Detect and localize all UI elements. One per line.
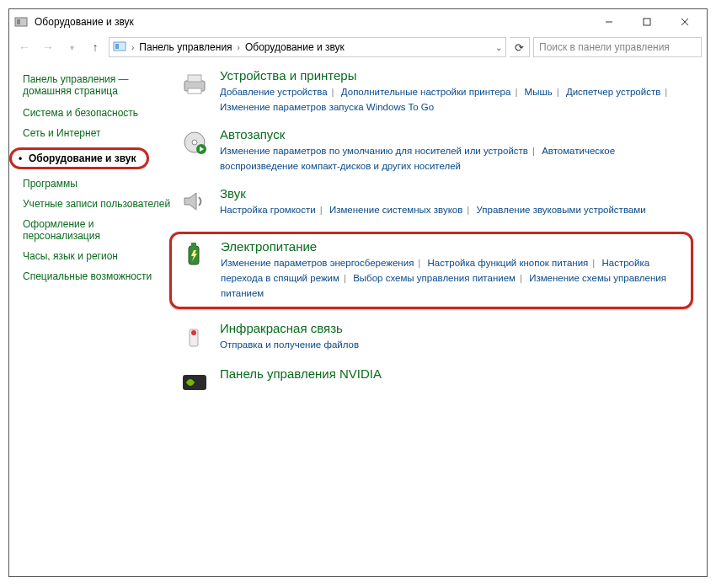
svg-point-12 bbox=[192, 140, 197, 145]
content-area: Устройства и принтеры Добавление устройс… bbox=[178, 60, 707, 576]
autoplay-icon bbox=[178, 127, 211, 161]
link-power-buttons[interactable]: Настройка функций кнопок питания bbox=[428, 258, 589, 268]
refresh-button[interactable]: ⟳ bbox=[510, 37, 530, 57]
category-title[interactable]: Автозапуск bbox=[220, 127, 693, 142]
link-device-manager[interactable]: Диспетчер устройств bbox=[566, 87, 660, 97]
category-body: Звук Настройка громкости| Изменение сист… bbox=[220, 186, 693, 220]
category-power: Электропитание Изменение параметров энер… bbox=[169, 232, 693, 309]
category-links: Отправка и получение файлов bbox=[220, 337, 693, 352]
svg-rect-1 bbox=[17, 19, 20, 24]
category-sound: Звук Настройка громкости| Изменение сист… bbox=[178, 186, 693, 220]
link-power-scheme[interactable]: Выбор схемы управления питанием bbox=[353, 273, 516, 283]
category-body: Инфракрасная связь Отправка и получение … bbox=[220, 321, 693, 355]
svg-rect-17 bbox=[191, 243, 196, 247]
window-title: Оборудование и звук bbox=[35, 16, 590, 28]
chevron-icon: › bbox=[238, 43, 240, 52]
forward-button[interactable]: → bbox=[38, 37, 58, 57]
svg-rect-9 bbox=[188, 75, 201, 82]
caption-buttons bbox=[590, 10, 703, 34]
link-sound-devices[interactable]: Управление звуковыми устройствами bbox=[477, 205, 646, 215]
location-bar[interactable]: › Панель управления › Оборудование и зву… bbox=[109, 37, 506, 57]
titlebar: Оборудование и звук bbox=[9, 9, 707, 35]
link-volume[interactable]: Настройка громкости bbox=[220, 205, 316, 215]
back-button[interactable]: ← bbox=[14, 37, 35, 57]
category-title[interactable]: Устройства и принтеры bbox=[220, 68, 693, 83]
category-title[interactable]: Инфракрасная связь bbox=[220, 321, 693, 335]
link-system-sounds[interactable]: Изменение системных звуков bbox=[329, 205, 462, 215]
category-body: Автозапуск Изменение параметров по умолч… bbox=[220, 127, 693, 174]
link-power-saving[interactable]: Изменение параметров энергосбережения bbox=[221, 258, 414, 268]
category-body: Устройства и принтеры Добавление устройс… bbox=[220, 68, 693, 115]
category-title[interactable]: Панель управления NVIDIA bbox=[220, 366, 693, 381]
link-printer-settings[interactable]: Дополнительные настройки принтера bbox=[341, 87, 511, 97]
sidebar-home[interactable]: Панель управления — домашняя страница bbox=[23, 73, 178, 97]
category-body: Панель управления NVIDIA bbox=[220, 366, 693, 400]
link-windows-togo[interactable]: Изменение параметров запуска Windows To … bbox=[220, 102, 434, 112]
link-mouse[interactable]: Мышь bbox=[525, 87, 553, 97]
category-devices: Устройства и принтеры Добавление устройс… bbox=[178, 68, 693, 115]
svg-rect-10 bbox=[188, 88, 201, 94]
sidebar-item-programs[interactable]: Программы bbox=[23, 178, 178, 190]
up-button[interactable]: ↑ bbox=[85, 37, 105, 57]
close-button[interactable] bbox=[665, 10, 703, 34]
sidebar-item-clock[interactable]: Часы, язык и регион bbox=[23, 250, 178, 262]
printer-icon bbox=[178, 68, 211, 102]
category-links: Настройка громкости| Изменение системных… bbox=[220, 202, 693, 217]
link-autoplay-defaults[interactable]: Изменение параметров по умолчанию для но… bbox=[220, 146, 528, 156]
nvidia-icon bbox=[178, 366, 211, 400]
sound-icon bbox=[178, 186, 211, 220]
control-panel-window: Оборудование и звук ← → ▾ ↑ › Панель упр… bbox=[8, 8, 708, 577]
category-links: Изменение параметров энергосбережения| Н… bbox=[221, 255, 684, 302]
svg-rect-7 bbox=[115, 44, 119, 49]
breadcrumb-root[interactable]: Панель управления bbox=[139, 41, 232, 53]
link-infrared-files[interactable]: Отправка и получение файлов bbox=[220, 339, 359, 350]
category-nvidia: Панель управления NVIDIA bbox=[178, 366, 693, 400]
category-autoplay: Автозапуск Изменение параметров по умолч… bbox=[178, 127, 693, 174]
recent-button[interactable]: ▾ bbox=[61, 37, 82, 57]
window-body: Панель управления — домашняя страница Си… bbox=[9, 60, 707, 576]
sidebar-item-accounts[interactable]: Учетные записи пользователей bbox=[23, 198, 178, 210]
window-icon bbox=[13, 13, 29, 30]
category-links: Добавление устройства| Дополнительные на… bbox=[220, 84, 693, 115]
svg-point-20 bbox=[191, 330, 196, 335]
svg-rect-3 bbox=[644, 19, 650, 25]
category-body: Электропитание Изменение параметров энер… bbox=[221, 239, 684, 302]
sidebar: Панель управления — домашняя страница Си… bbox=[9, 60, 178, 576]
category-title[interactable]: Электропитание bbox=[221, 239, 684, 254]
infrared-icon bbox=[178, 321, 211, 355]
breadcrumb-current[interactable]: Оборудование и звук bbox=[245, 41, 345, 53]
power-icon bbox=[179, 239, 212, 273]
category-infrared: Инфракрасная связь Отправка и получение … bbox=[178, 321, 693, 355]
minimize-button[interactable] bbox=[590, 10, 628, 34]
link-add-device[interactable]: Добавление устройства bbox=[220, 87, 328, 97]
sidebar-item-system[interactable]: Система и безопасность bbox=[23, 107, 178, 119]
chevron-icon: › bbox=[131, 43, 134, 52]
svg-marker-15 bbox=[184, 193, 196, 210]
sidebar-item-access[interactable]: Специальные возможности bbox=[23, 270, 178, 282]
location-icon bbox=[113, 40, 126, 56]
maximize-button[interactable] bbox=[628, 10, 665, 34]
sidebar-item-hardware[interactable]: Оборудование и звук bbox=[9, 147, 149, 169]
breadcrumb-dropdown[interactable]: ⌄ bbox=[495, 43, 502, 52]
sidebar-item-network[interactable]: Сеть и Интернет bbox=[23, 127, 178, 139]
sidebar-item-appearance[interactable]: Оформление и персонализация bbox=[23, 218, 178, 242]
category-links: Изменение параметров по умолчанию для но… bbox=[220, 143, 693, 174]
category-title[interactable]: Звук bbox=[220, 186, 693, 200]
addressbar: ← → ▾ ↑ › Панель управления › Оборудован… bbox=[9, 35, 707, 60]
search-input[interactable]: Поиск в панели управления bbox=[533, 37, 702, 57]
